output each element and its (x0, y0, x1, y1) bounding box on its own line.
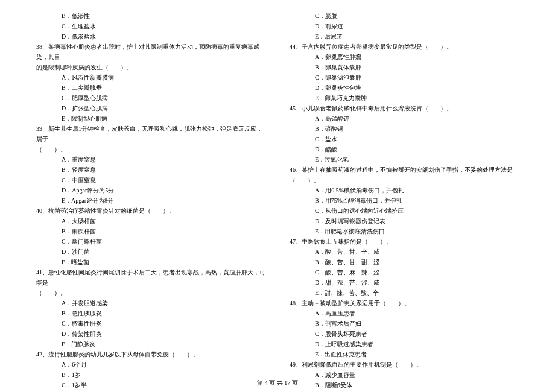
two-column-layout: B．低渗性 C．生理盐水 D．低渗盐水 38、某病毒性心肌炎患者出院时，护士对其… (36, 11, 519, 367)
q39-option-e: E．Apgar评分为8分 (36, 195, 265, 206)
question-41-line2: （ ）。 (36, 288, 265, 298)
q44-option-e: E．卵巢巧克力囊肿 (290, 93, 519, 103)
q44-option-a: A．卵巢恶性肿瘤 (290, 52, 519, 62)
q41-option-c: C．脓毒性肝炎 (36, 318, 265, 329)
q41-option-e: E．门静脉炎 (36, 339, 265, 349)
q46-option-e: E．用肥皂水彻底清洗伤口 (290, 226, 519, 236)
q47-option-d: D．甜、辣、苦、涩、咸 (290, 277, 519, 288)
q40-option-b: B．痢疾杆菌 (36, 226, 265, 236)
q45-option-a: A．高锰酸钾 (290, 113, 519, 124)
q39-option-a: A．重度窒息 (36, 154, 265, 165)
q43-option-d: D．前尿道 (290, 21, 519, 31)
q39-option-b: B．轻度窒息 (36, 165, 265, 175)
q42-option-a: A．6个月 (36, 359, 265, 370)
q41-option-a: A．并发胆道感染 (36, 298, 265, 308)
q47-option-b: B．酸、苦、甘、甜、涩 (290, 257, 519, 267)
question-40: 40、抗菌药治疗萎缩性胃炎针对的细菌是（ ）。 (36, 206, 265, 216)
q41-option-b: B．急性胰腺炎 (36, 308, 265, 318)
q44-option-d: D．卵巢炎性包块 (290, 83, 519, 93)
option-c: C．生理盐水 (36, 21, 265, 31)
question-47: 47、中医饮食上五味指的是（ ）。 (290, 236, 519, 247)
q47-option-a: A．酸、苦、甘、辛、咸 (290, 247, 519, 257)
option-d: D．低渗盐水 (36, 31, 265, 42)
q40-option-a: A．大肠杆菌 (36, 216, 265, 226)
q40-option-d: D．沙门菌 (36, 247, 265, 257)
q38-option-b: B．二尖瓣脱垂 (36, 83, 265, 93)
q46-option-a: A．用0.5%碘伏消毒伤口，并包扎 (290, 185, 519, 195)
q44-option-b: B．卵巢黄体囊肿 (290, 62, 519, 72)
q38-option-a: A．风湿性新瓣膜病 (36, 72, 265, 83)
q48-option-a: A．高血压患者 (290, 308, 519, 318)
question-44: 44、子宫内膜异位症患者卵巢病变最常见的类型是（ ）。 (290, 42, 519, 52)
q41-option-d: D．传染性肝炎 (36, 329, 265, 339)
question-49: 49、利尿剂降低血压的主要作用机制是（ ）。 (290, 359, 519, 370)
q44-option-c: C．卵巢滤泡囊肿 (290, 72, 519, 83)
question-46: 46、某护士在抽吸药液的过程中，不慎被掰开的安瓿划伤了手指，不妥的处理方法是（ … (290, 165, 519, 185)
q46-option-d: D．及时填写锐器伤登记表 (290, 216, 519, 226)
q43-option-e: E．后尿道 (290, 31, 519, 42)
question-48: 48、主动－被动型护患关系适用于（ ）。 (290, 298, 519, 308)
question-41-line1: 41、急性化脓性阑尾炎行阑尾切除手术后二天，患者出现寒战，高热，黄疸肝肿大，可能… (36, 267, 265, 288)
q40-option-c: C．幽门螺杆菌 (36, 236, 265, 247)
question-38-line1: 38、某病毒性心肌炎患者出院时，护士对其限制重体力活动，预防病毒的重复病毒感染，… (36, 42, 265, 62)
q48-option-c: C．股骨头坏死患者 (290, 329, 519, 339)
q39-option-c: C．中度窒息 (36, 175, 265, 185)
question-39-line1: 39、新生儿生后1分钟检查，皮肤苍白，无呼吸和心跳，肌张力松弛，弹足底无反应，属… (36, 124, 265, 144)
q39-option-d: D．Apgar评分为5分 (36, 185, 265, 195)
question-39-line2: （ ）。 (36, 144, 265, 154)
q46-option-c: C．从伤口的远心端向近心端挤压 (290, 206, 519, 216)
q38-option-d: D．扩张型心肌病 (36, 103, 265, 113)
q48-option-d: D．上呼吸道感染患者 (290, 339, 519, 349)
q48-option-b: B．剖宫术后产妇 (290, 318, 519, 329)
q45-option-c: C．盐水 (290, 134, 519, 144)
page-footer: 第 4 页 共 17 页 (0, 379, 555, 387)
q46-option-b: B．用75%乙醇消毒伤口，并包扎 (290, 195, 519, 206)
q43-option-c: C．膀胱 (290, 11, 519, 21)
q45-option-d: D．醋酸 (290, 144, 519, 154)
q40-option-e: E．嗜盐菌 (36, 257, 265, 267)
question-42: 42、流行性腮腺炎的幼儿几岁以下从母体自带免疫（ ）。 (36, 349, 265, 359)
q48-option-e: E．出血性休克患者 (290, 349, 519, 359)
q47-option-c: C．酸、苦、麻、辣、涩 (290, 267, 519, 277)
q47-option-e: E．甜、辣、苦、酸、辛 (290, 288, 519, 298)
q45-option-e: E．过氧化氢 (290, 154, 519, 165)
q38-option-e: E．限制型心肌病 (36, 113, 265, 124)
left-column: B．低渗性 C．生理盐水 D．低渗盐水 38、某病毒性心肌炎患者出院时，护士对其… (36, 11, 265, 367)
q45-option-b: B．硫酸铜 (290, 124, 519, 134)
right-column: C．膀胱 D．前尿道 E．后尿道 44、子宫内膜异位症患者卵巢病变最常见的类型是… (290, 11, 519, 367)
question-45: 45、小儿误食老鼠药磷化锌中毒后用什么溶液洗胃（ ）。 (290, 103, 519, 113)
question-38-line2: 的是限制哪种疾病的发生（ ）。 (36, 62, 265, 72)
option-b: B．低渗性 (36, 11, 265, 21)
q38-option-c: C．肥厚型心肌病 (36, 93, 265, 103)
